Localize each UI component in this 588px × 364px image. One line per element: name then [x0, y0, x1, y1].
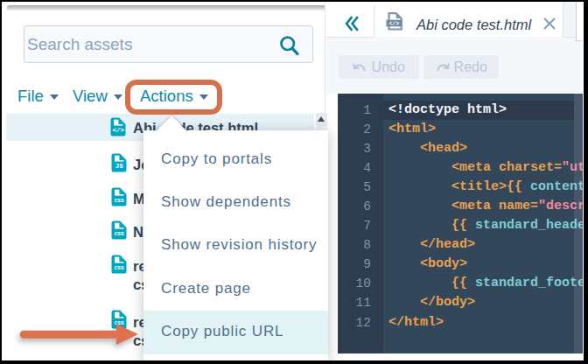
svg-text:CSS: CSS [115, 265, 124, 271]
svg-text:CSS: CSS [115, 198, 124, 204]
svg-text:CSS: CSS [115, 231, 124, 237]
svg-text:</>: </> [113, 126, 125, 134]
svg-text:</>: </> [388, 20, 399, 26]
svg-text:JS: JS [116, 163, 124, 170]
